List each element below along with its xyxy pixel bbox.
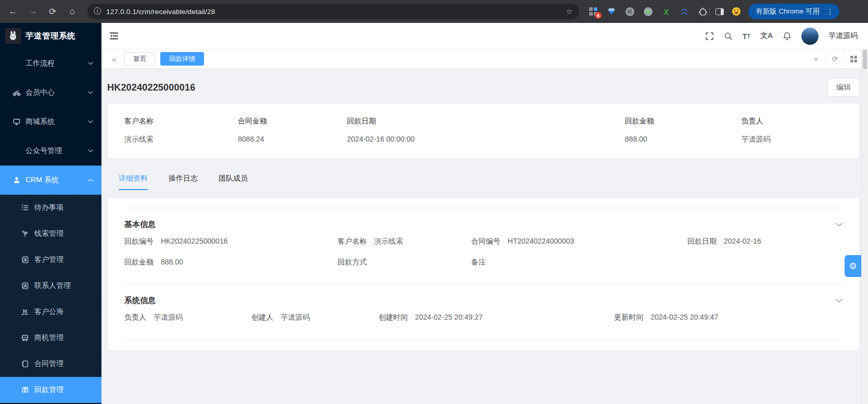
extension-layers-icon[interactable] [680, 7, 689, 16]
sidebar-item-member-center[interactable]: 会员中心 [0, 78, 101, 107]
site-info-icon[interactable]: ⓘ [94, 7, 101, 16]
system-info-header[interactable]: 系统信息 [124, 291, 843, 312]
extension-gem-icon[interactable] [607, 7, 616, 16]
browser-home-icon[interactable]: ⌂ [65, 4, 80, 19]
extension-record-icon[interactable] [643, 7, 653, 16]
chrome-update-label: 有新版 Chrome 可用 [756, 7, 820, 16]
page-scrollbar[interactable] [861, 49, 868, 404]
basic-info-grid: 回款编号 HK20240225000016 客户名称 演示线索 合同编号 HT2… [124, 236, 843, 284]
browser-menu-icon[interactable]: ⋮ [824, 7, 836, 16]
field-customer-name: 客户名称 演示线索 [338, 236, 471, 246]
chevron-down-icon [88, 149, 93, 153]
tag-home[interactable]: 首页 [124, 52, 155, 66]
url-text[interactable]: 127.0.0.1/crm/receivable/detail/28 [106, 8, 566, 16]
browser-back-icon[interactable]: ← [5, 4, 21, 19]
basic-info-header[interactable]: 基本信息 [124, 215, 843, 236]
sidebar-item-leads[interactable]: 线索管理 [0, 221, 101, 247]
field-return-amount: 回款金额 888.00 [124, 257, 338, 267]
app-frame: 芋道管理系统 工作流程 会员中心 [0, 23, 868, 404]
collapse-chevron-icon[interactable] [836, 299, 843, 303]
extension-command-icon[interactable]: ⌘ [625, 7, 634, 16]
chevron-down-icon [88, 91, 93, 94]
settings-gear-button[interactable]: ⚙ [845, 255, 861, 277]
sidebar-fold-icon[interactable] [109, 32, 119, 40]
system-info-title: 系统信息 [124, 296, 156, 306]
tab-operation-log[interactable]: 操作日志 [169, 169, 198, 190]
app-logo-row[interactable]: 芋道管理系统 [0, 23, 101, 49]
workflow-icon [12, 59, 21, 68]
monitor-icon [12, 118, 21, 126]
tags-scroll-right-icon[interactable]: » [807, 49, 825, 68]
tags-menu-grid-icon[interactable] [844, 49, 863, 68]
toolbar-separator [709, 7, 710, 16]
user-icon [12, 176, 21, 184]
extension-badge: 6 [595, 12, 602, 19]
contact-book-icon [21, 256, 29, 264]
summary-field-customer: 客户名称 演示线索 [124, 117, 238, 144]
browser-toolbar: ← → ⟳ ⌂ ⓘ 127.0.0.1/crm/receivable/detai… [0, 0, 868, 23]
tags-scroll-left-icon[interactable]: « [109, 55, 119, 64]
language-icon[interactable]: 文A [760, 31, 773, 41]
collapse-chevron-icon[interactable] [836, 223, 843, 227]
app-title: 芋道管理系统 [25, 31, 75, 42]
rabbit-logo-icon [5, 28, 21, 44]
title-row: HK20240225000016 编辑 [107, 75, 860, 103]
field-update-time: 更新时间 2024-02-25 20:49:47 [614, 312, 843, 322]
sidebar-item-customers[interactable]: 客户管理 [0, 247, 101, 273]
system-info-grid: 负责人 芋道源码 创建人 芋道源码 创建时间 2024-02-25 20:49:… [124, 312, 843, 339]
browser-forward-icon[interactable]: → [25, 4, 41, 19]
main-area: TT 文A 芋道源码 « 首页 回款详情 » ⟳ [101, 23, 868, 404]
summary-field-return-date: 回款日期 2024-02-16 00:00:00 [347, 117, 625, 144]
sidebar-item-opportunities[interactable]: 商机管理 [0, 325, 101, 351]
user-avatar[interactable] [801, 28, 819, 45]
extension-grid-icon[interactable]: 6 [589, 7, 598, 16]
bookmark-star-icon[interactable]: ☆ [566, 7, 573, 16]
scrollbar-thumb[interactable] [863, 49, 867, 69]
pool-icon [21, 308, 29, 316]
page-content: HK20240225000016 编辑 客户名称 演示线索 合同金额 8088.… [101, 68, 868, 404]
fullscreen-icon[interactable] [705, 32, 714, 41]
tab-detail-info[interactable]: 详细资料 [119, 169, 148, 190]
user-name[interactable]: 芋道源码 [828, 31, 858, 41]
contact-book-icon [21, 282, 29, 290]
field-empty [687, 257, 843, 267]
field-creator: 创建人 芋道源码 [251, 312, 378, 322]
sidebar-item-workflow[interactable]: 工作流程 [0, 49, 101, 78]
chevron-down-icon [88, 120, 93, 123]
field-receivable-no: 回款编号 HK20240225000016 [124, 236, 338, 246]
notification-bell-icon[interactable] [783, 32, 792, 41]
crm-submenu: 待办事项 线索管理 客户管理 [0, 195, 101, 403]
browser-reload-icon[interactable]: ⟳ [45, 4, 60, 19]
edit-button[interactable]: 编辑 [827, 78, 860, 97]
sidebar-item-todo[interactable]: 待办事项 [0, 195, 101, 221]
sidebar-item-official-account[interactable]: 公众号管理 [0, 136, 101, 166]
sidebar-item-mall-system[interactable]: 商城系统 [0, 107, 101, 136]
tags-refresh-icon[interactable]: ⟳ [825, 49, 844, 68]
search-icon[interactable] [724, 32, 733, 41]
tag-view-bar: « 首页 回款详情 » ⟳ [101, 49, 868, 68]
sidebar-item-contracts[interactable]: 合同管理 [0, 351, 101, 377]
side-panel-icon[interactable] [715, 7, 724, 16]
field-return-method: 回款方式 [338, 257, 471, 267]
tab-team-members[interactable]: 团队成员 [219, 169, 248, 190]
tag-receivable-detail[interactable]: 回款详情 [160, 52, 204, 66]
extension-xdebug-icon[interactable]: X [661, 7, 671, 16]
notebook-icon [21, 360, 29, 368]
sidebar-item-receivables[interactable]: 回款管理 [0, 377, 101, 403]
profile-emoji-icon[interactable] [732, 7, 741, 16]
money-icon [21, 386, 29, 394]
detail-card: 基本信息 回款编号 HK20240225000016 客户名称 演示线索 [107, 198, 860, 350]
field-return-date: 回款日期 2024-02-16 [687, 236, 843, 246]
system-info-section: 系统信息 负责人 芋道源码 创建人 芋道源码 [124, 284, 843, 339]
address-bar[interactable]: ⓘ 127.0.0.1/crm/receivable/detail/28 ☆ [87, 4, 579, 19]
sidebar-item-contacts[interactable]: 联系人管理 [0, 273, 101, 299]
summary-card: 客户名称 演示线索 合同金额 8088.24 回款日期 2024-02-16 0… [107, 103, 860, 159]
font-size-icon[interactable]: TT [743, 32, 750, 41]
sidebar-item-crm-system[interactable]: CRM 系统 [0, 166, 101, 195]
chrome-update-chip[interactable]: 有新版 Chrome 可用 ⋮ [748, 4, 839, 19]
todo-list-icon [21, 204, 29, 212]
sidebar-item-customer-pool[interactable]: 客户公海 [0, 299, 101, 325]
extensions-puzzle-icon[interactable] [698, 7, 707, 16]
sidebar-menu: 工作流程 会员中心 商城系统 [0, 49, 101, 404]
app-header: TT 文A 芋道源码 [101, 23, 868, 49]
